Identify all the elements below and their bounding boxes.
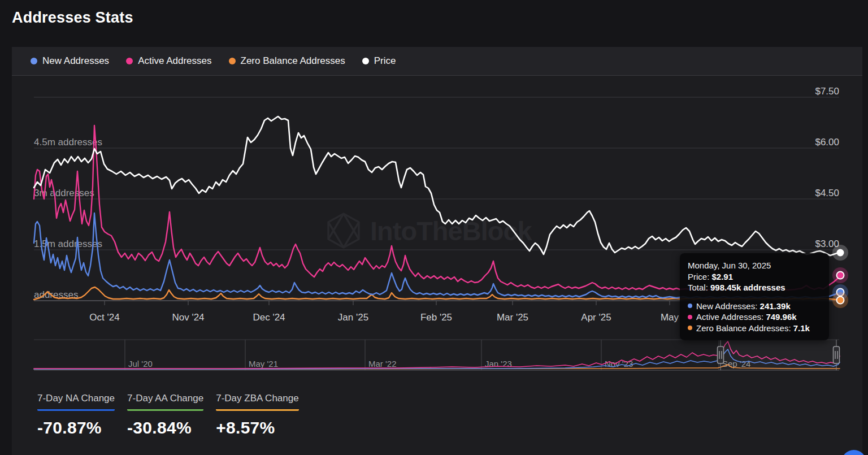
x-axis-label: Mar '25 <box>497 312 528 323</box>
navigator-axis-label: Mar '22 <box>368 359 397 369</box>
new-addresses-dot-icon <box>688 304 692 308</box>
chart-legend: New Addresses Active Addresses Zero Bala… <box>12 47 862 76</box>
brush-handle-left[interactable] <box>718 346 724 363</box>
navigator-axis-label: Nov '23 <box>605 359 633 369</box>
tooltip-price-line: Price: $2.91 <box>688 271 821 283</box>
zero-balance-dot-icon <box>229 58 236 64</box>
legend-item-active-addresses[interactable]: Active Addresses <box>126 55 211 67</box>
series-price <box>34 116 840 255</box>
addresses-axis-label: 4.5m addresses <box>34 137 102 148</box>
active-addresses-dot-icon <box>688 315 692 319</box>
stat-7day-zba-change: 7-Day ZBA Change +8.57% <box>216 393 298 437</box>
addresses-axis-label: 1.5m addresses <box>34 239 102 249</box>
brush-handle-right[interactable] <box>834 346 840 363</box>
price-axis-label: $6.00 <box>815 137 839 148</box>
legend-label: Price <box>374 55 396 67</box>
stat-value-na: -70.87% <box>37 418 115 437</box>
stat-7day-aa-change: 7-Day AA Change -30.84% <box>127 393 203 437</box>
navigator-axis-label: Jul '20 <box>128 359 153 369</box>
legend-item-price[interactable]: Price <box>362 55 396 67</box>
x-axis-label: Nov '24 <box>172 312 204 323</box>
x-axis-label: Feb '25 <box>420 312 452 323</box>
x-axis-label: May <box>661 312 679 323</box>
price-axis-label: $4.50 <box>815 188 839 198</box>
tooltip-row-active-addresses: Active Addresses: 749.96k <box>688 311 821 323</box>
page-title: Addresses Stats <box>12 9 133 27</box>
x-axis-label: Dec '24 <box>253 312 285 323</box>
change-stats-row: 7-Day NA Change -70.87% 7-Day AA Change … <box>37 393 299 437</box>
tooltip-row-new-addresses: New Addresses: 241.39k <box>688 301 821 312</box>
legend-label: New Addresses <box>42 55 109 67</box>
tooltip-date: Monday, Jun 30, 2025 <box>688 260 821 271</box>
price-marker-dot <box>837 249 844 257</box>
legend-item-new-addresses[interactable]: New Addresses <box>31 55 109 67</box>
zero-balance-addresses-marker-dot <box>837 297 844 304</box>
new-addresses-dot-icon <box>31 58 37 64</box>
price-axis-label: $7.50 <box>815 86 839 97</box>
navigator-selection[interactable] <box>721 340 836 370</box>
stat-label-na[interactable]: 7-Day NA Change <box>37 393 115 411</box>
x-axis-label: Jan '25 <box>338 312 368 323</box>
tooltip-row-zero-balance: Zero Balance Addresses: 7.1k <box>688 323 821 334</box>
x-axis-label: Apr '25 <box>581 312 611 323</box>
navigator-axis-label: May '21 <box>249 359 278 369</box>
active-addresses-dot-icon <box>126 58 133 64</box>
addresses-stats-panel: New Addresses Active Addresses Zero Bala… <box>12 47 862 455</box>
legend-item-zero-balance-addresses[interactable]: Zero Balance Addresses <box>229 55 345 67</box>
x-axis-label: Oct '24 <box>89 312 119 323</box>
zero-balance-dot-icon <box>688 326 692 330</box>
stat-7day-na-change: 7-Day NA Change -70.87% <box>37 393 115 437</box>
legend-label: Active Addresses <box>138 55 211 67</box>
stat-value-aa: -30.84% <box>127 418 203 437</box>
chart-tooltip: Monday, Jun 30, 2025 Price: $2.91 Total:… <box>680 253 829 340</box>
stat-label-zba[interactable]: 7-Day ZBA Change <box>216 393 298 411</box>
legend-label: Zero Balance Addresses <box>241 55 345 67</box>
stat-label-aa[interactable]: 7-Day AA Change <box>127 393 203 411</box>
price-dot-icon <box>362 58 369 64</box>
tooltip-total-line: Total: 998.45k addresses <box>688 282 821 293</box>
active-addresses-marker-dot <box>837 272 844 279</box>
stat-value-zba: +8.57% <box>216 418 298 437</box>
